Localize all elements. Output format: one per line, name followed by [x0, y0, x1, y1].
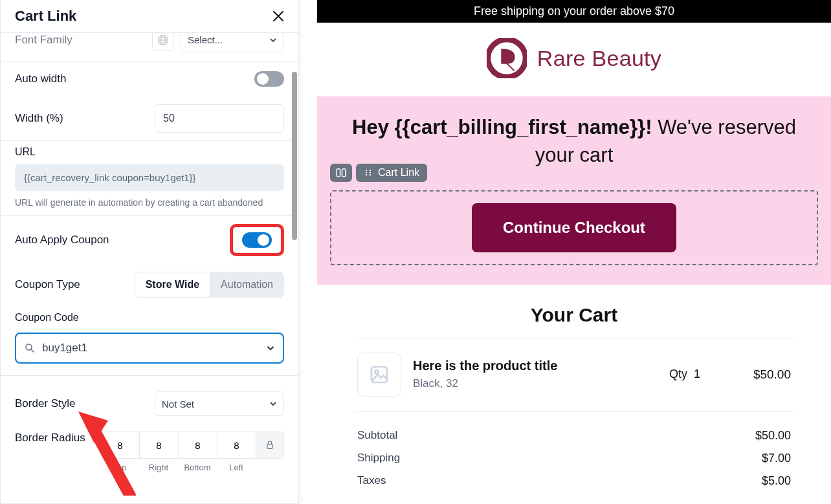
border-style-select[interactable]: Not Set [155, 391, 284, 416]
border-radius-bottom-input[interactable] [179, 432, 217, 458]
svg-point-2 [26, 344, 32, 350]
radius-label-right: Right [139, 463, 178, 472]
coupon-type-label: Coupon Type [15, 278, 80, 291]
hero-section: Hey {{cart_billing_first_name}}! We've r… [317, 96, 831, 285]
svg-point-10 [366, 174, 367, 175]
coupon-type-row: Coupon Type Store Wide Automation [1, 264, 298, 305]
coupon-code-label: Coupon Code [15, 312, 284, 323]
drag-handle-icon [364, 168, 373, 177]
border-radius-controls: Top Right Bottom Left [100, 432, 284, 472]
coupon-type-store-wide[interactable]: Store Wide [135, 272, 210, 297]
font-preview-button[interactable] [152, 33, 174, 51]
border-radius-row: Border Radius Top Right Botto [1, 424, 298, 480]
close-button[interactable] [272, 10, 284, 22]
font-family-select[interactable]: Select... [181, 33, 284, 52]
search-icon [24, 342, 36, 354]
auto-width-toggle[interactable] [254, 71, 284, 87]
panel-scrollbar[interactable] [292, 72, 297, 240]
border-radius-label: Border Radius [15, 432, 85, 444]
promo-banner: Free shipping on your order above $70 [317, 0, 831, 23]
url-label: URL [15, 146, 284, 158]
total-row-shipping: Shipping $7.00 [355, 447, 793, 470]
settings-panel: Cart Link Font Family Select... [0, 0, 299, 504]
brand-name: Rare Beauty [537, 46, 661, 71]
columns-icon [335, 167, 347, 179]
border-radius-top-input[interactable] [101, 432, 139, 458]
svg-point-13 [370, 174, 371, 175]
svg-point-9 [366, 172, 367, 173]
panel-body: Font Family Select... Auto width [1, 33, 298, 503]
url-readonly-input[interactable] [15, 164, 284, 191]
coupon-code-block: Coupon Code [1, 305, 298, 376]
hero-heading: Hey {{cart_billing_first_name}}! We've r… [330, 113, 818, 170]
brand-logo-icon [487, 38, 527, 78]
columns-pill[interactable] [330, 164, 352, 182]
svg-rect-6 [337, 169, 340, 177]
product-image-placeholder [357, 353, 401, 397]
font-family-row: Font Family Select... [1, 33, 298, 61]
cart-title: Your Cart [317, 304, 831, 326]
coupon-code-input[interactable] [42, 342, 260, 355]
width-label: Width (%) [15, 112, 63, 125]
chevron-down-icon [266, 344, 275, 353]
auto-apply-coupon-toggle[interactable] [242, 232, 272, 248]
product-qty: Qty 1 [669, 367, 721, 381]
hero-prefix: Hey [352, 116, 394, 138]
panel-header: Cart Link [1, 0, 298, 33]
auto-apply-coupon-label: Auto Apply Coupon [15, 234, 109, 247]
total-label: Subtotal [357, 429, 397, 443]
url-help-text: URL will generate in automation by creat… [15, 197, 284, 208]
svg-point-15 [375, 370, 378, 373]
total-row-taxes: Taxes $5.00 [355, 470, 793, 492]
cart-box: Here is the product title Black, 32 Qty … [355, 338, 793, 492]
product-info: Here is the product title Black, 32 [413, 358, 658, 390]
product-row: Here is the product title Black, 32 Qty … [355, 338, 793, 411]
border-radius-left-input[interactable] [217, 432, 256, 458]
close-icon [272, 10, 284, 22]
total-value: $7.00 [762, 452, 791, 465]
email-preview: Free shipping on your order above $70 Ra… [317, 0, 831, 504]
width-input[interactable] [155, 104, 284, 133]
total-value: $5.00 [762, 474, 791, 488]
brand-header: Rare Beauty [317, 23, 831, 96]
cart-link-pill[interactable]: Cart Link [356, 164, 427, 182]
svg-point-12 [370, 172, 371, 173]
hero-variable: {{cart_billing_first_name}}! [395, 116, 652, 138]
image-icon [369, 364, 390, 385]
coupon-code-search[interactable] [15, 333, 284, 364]
chevron-down-icon [269, 36, 277, 44]
coupon-type-automation[interactable]: Automation [210, 272, 283, 297]
svg-point-8 [366, 170, 367, 171]
width-row: Width (%) [1, 96, 298, 141]
product-qty-label: Qty [669, 367, 687, 380]
radius-label-top: Top [100, 463, 139, 472]
svg-rect-7 [342, 169, 346, 177]
font-family-label: Font Family [15, 34, 72, 47]
product-variant: Black, 32 [413, 377, 658, 390]
total-row-subtotal: Subtotal $50.00 [355, 424, 793, 447]
total-value: $50.00 [755, 429, 791, 443]
lock-icon [265, 440, 275, 450]
auto-apply-coupon-row: Auto Apply Coupon [1, 216, 298, 264]
radius-label-bottom: Bottom [178, 463, 217, 472]
total-label: Shipping [357, 452, 400, 465]
svg-point-11 [370, 170, 371, 171]
border-style-row: Border Style Not Set [1, 376, 298, 424]
border-radius-lock-button[interactable] [256, 432, 283, 458]
product-qty-value: 1 [694, 367, 700, 380]
chevron-down-icon [269, 400, 277, 408]
continue-checkout-button[interactable]: Continue Checkout [472, 203, 676, 252]
totals: Subtotal $50.00 Shipping $7.00 Taxes $5.… [355, 411, 793, 492]
auto-width-label: Auto width [15, 72, 66, 85]
border-radius-right-input[interactable] [140, 432, 178, 458]
cart-link-pill-label: Cart Link [378, 167, 419, 179]
product-price: $50.00 [733, 367, 791, 382]
cta-slot[interactable]: Continue Checkout [330, 190, 818, 265]
radius-label-left: Left [217, 463, 256, 472]
product-title: Here is the product title [413, 358, 658, 373]
auto-width-row: Auto width [1, 61, 298, 96]
coupon-type-segmented: Store Wide Automation [135, 272, 284, 298]
panel-title: Cart Link [15, 8, 76, 25]
border-style-label: Border Style [15, 397, 76, 410]
total-label: Taxes [357, 474, 386, 488]
